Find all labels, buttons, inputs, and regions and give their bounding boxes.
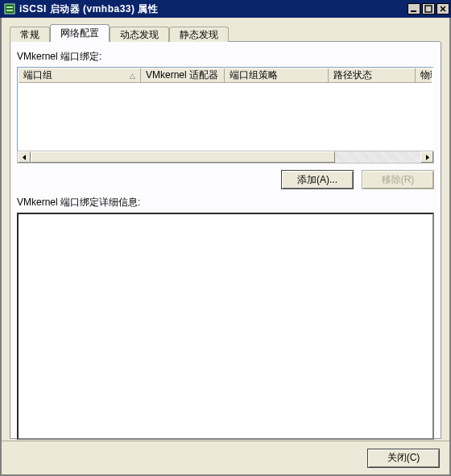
port-binding-label: VMkernel 端口绑定: — [17, 50, 441, 64]
tab-label: 网络配置 — [60, 27, 99, 40]
svg-rect-0 — [5, 4, 14, 14]
close-button[interactable] — [437, 3, 449, 14]
tab-label: 静态发现 — [180, 28, 218, 42]
window-title: iSCSI 启动器 (vmhba33) 属性 — [19, 2, 158, 16]
column-path-status[interactable]: 路径状态 — [329, 68, 416, 83]
column-label: 端口组策略 — [230, 68, 278, 82]
tab-label: 常规 — [20, 28, 39, 42]
column-port-group[interactable]: 端口组 △ — [19, 68, 141, 83]
add-button[interactable]: 添加(A)... — [281, 170, 354, 189]
button-label: 关闭(C) — [387, 451, 420, 465]
close-dialog-button[interactable]: 关闭(C) — [367, 449, 440, 468]
column-label: 端口组 — [23, 68, 52, 82]
detail-panel[interactable] — [17, 213, 434, 440]
tab-static-discovery[interactable]: 静态发现 — [169, 27, 229, 42]
sort-ascending-icon: △ — [130, 72, 135, 80]
minimize-button[interactable] — [408, 3, 420, 14]
tab-general[interactable]: 常规 — [10, 27, 50, 42]
scroll-right-button[interactable] — [420, 151, 433, 163]
button-label: 移除(R) — [382, 173, 415, 187]
column-label: 物理 — [420, 68, 432, 82]
dialog-footer: 关闭(C) — [2, 441, 449, 476]
port-binding-list[interactable]: 端口组 △ VMkernel 适配器 端口组策略 路径状态 物理 — [17, 67, 434, 151]
tab-strip: 常规 网络配置 动态发现 静态发现 — [10, 24, 229, 42]
svg-rect-1 — [6, 6, 13, 8]
column-label: 路径状态 — [333, 68, 372, 82]
svg-rect-2 — [6, 10, 13, 11]
app-icon — [3, 2, 16, 15]
tab-label: 动态发现 — [120, 28, 159, 42]
scrollbar-thumb[interactable] — [31, 151, 335, 163]
column-physical[interactable]: 物理 — [416, 68, 432, 83]
button-label: 添加(A)... — [297, 173, 337, 187]
column-vmkernel-adapter[interactable]: VMkernel 适配器 — [141, 68, 225, 83]
scroll-left-button[interactable] — [18, 151, 31, 163]
svg-marker-8 — [426, 155, 429, 160]
list-header-row: 端口组 △ VMkernel 适配器 端口组策略 路径状态 物理 — [19, 68, 432, 83]
dialog-client-area: 常规 网络配置 动态发现 静态发现 VMkernel 端口绑定: 端口组 △ V… — [0, 18, 451, 476]
scrollbar-track[interactable] — [31, 151, 420, 163]
svg-rect-4 — [425, 6, 432, 12]
port-binding-list-area: 端口组 △ VMkernel 适配器 端口组策略 路径状态 物理 — [17, 67, 434, 163]
svg-rect-3 — [411, 10, 416, 12]
svg-marker-7 — [23, 155, 26, 160]
maximize-button[interactable] — [422, 3, 435, 14]
column-label: VMkernel 适配器 — [146, 68, 218, 82]
titlebar[interactable]: iSCSI 启动器 (vmhba33) 属性 — [0, 0, 451, 18]
horizontal-scrollbar[interactable] — [17, 151, 434, 163]
detail-info-label: VMkernel 端口绑定详细信息: — [17, 196, 441, 209]
tab-dynamic-discovery[interactable]: 动态发现 — [110, 27, 169, 42]
remove-button: 移除(R) — [362, 170, 434, 189]
column-port-group-policy[interactable]: 端口组策略 — [225, 68, 329, 83]
list-button-row: 添加(A)... 移除(R) — [10, 170, 434, 189]
tab-panel: VMkernel 端口绑定: 端口组 △ VMkernel 适配器 端口组策略 … — [10, 41, 441, 439]
tab-network-config[interactable]: 网络配置 — [50, 24, 110, 42]
